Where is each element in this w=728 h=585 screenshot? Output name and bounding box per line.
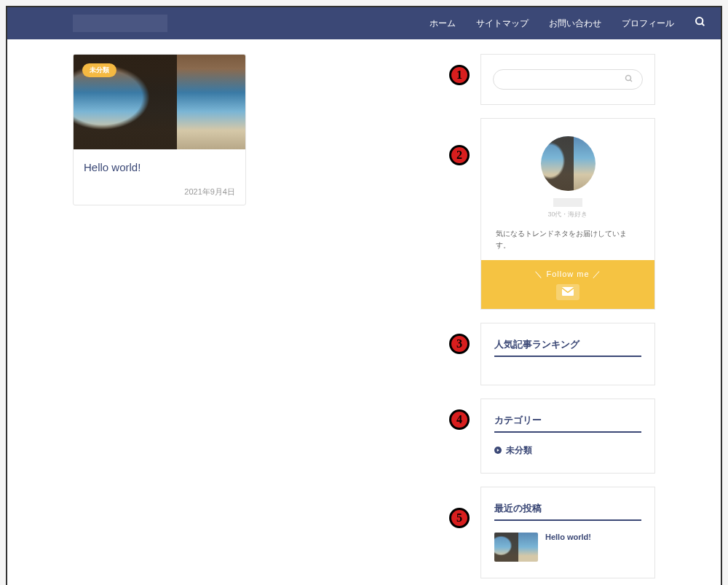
category-badge[interactable]: 未分類 bbox=[82, 63, 116, 77]
recent-thumbnail bbox=[494, 533, 538, 562]
category-title: カテゴリー bbox=[494, 414, 641, 433]
main-content: 未分類 Hello world! 2021年9月4日 bbox=[73, 54, 459, 578]
main-nav: ホーム サイトマップ お問い合わせ プロフィール bbox=[430, 16, 706, 31]
svg-point-0 bbox=[696, 17, 703, 24]
recent-title: 最近の投稿 bbox=[494, 502, 641, 521]
recent-post-item[interactable]: Hello world! bbox=[494, 533, 641, 562]
avatar bbox=[541, 136, 596, 191]
search-submit-icon[interactable] bbox=[625, 73, 633, 86]
follow-label: ＼ Follow me ／ bbox=[490, 269, 646, 280]
sidebar: 1 2 30代・海好き 気になるトレンドネタをお届けしています。 ＼ bbox=[480, 54, 655, 578]
post-title[interactable]: Hello world! bbox=[84, 161, 235, 173]
header-bar: ホーム サイトマップ お問い合わせ プロフィール bbox=[7, 7, 721, 39]
nav-sitemap[interactable]: サイトマップ bbox=[476, 17, 529, 30]
ranking-widget: 3 人気記事ランキング bbox=[480, 323, 655, 385]
recent-widget: 5 最近の投稿 Hello world! bbox=[480, 487, 655, 578]
profile-subtitle: 30代・海好き bbox=[496, 210, 640, 219]
nav-profile[interactable]: プロフィール bbox=[622, 17, 674, 30]
category-item-label: 未分類 bbox=[506, 444, 532, 457]
profile-description: 気になるトレンドネタをお届けしています。 bbox=[496, 228, 640, 251]
search-icon[interactable] bbox=[695, 16, 706, 31]
post-card[interactable]: 未分類 Hello world! 2021年9月4日 bbox=[73, 54, 246, 205]
annotation-marker-4: 4 bbox=[449, 409, 470, 430]
site-logo-placeholder[interactable] bbox=[73, 15, 167, 32]
annotation-marker-1: 1 bbox=[449, 65, 470, 85]
svg-point-2 bbox=[626, 76, 631, 81]
follow-banner: ＼ Follow me ／ bbox=[481, 260, 654, 309]
post-thumbnail: 未分類 bbox=[74, 55, 245, 149]
profile-name-placeholder bbox=[553, 198, 582, 207]
post-date: 2021年9月4日 bbox=[84, 187, 235, 197]
svg-line-1 bbox=[702, 23, 704, 25]
nav-home[interactable]: ホーム bbox=[430, 17, 456, 30]
ranking-title: 人気記事ランキング bbox=[494, 338, 641, 357]
svg-rect-4 bbox=[562, 287, 574, 296]
mail-icon[interactable] bbox=[556, 284, 579, 300]
annotation-marker-2: 2 bbox=[449, 145, 470, 165]
svg-line-3 bbox=[630, 80, 633, 82]
recent-post-title: Hello world! bbox=[545, 533, 591, 541]
chevron-right-icon bbox=[494, 446, 502, 456]
category-item-uncategorized[interactable]: 未分類 bbox=[494, 444, 641, 457]
annotation-marker-3: 3 bbox=[449, 334, 470, 354]
search-widget: 1 bbox=[480, 54, 655, 105]
search-input[interactable] bbox=[502, 75, 625, 84]
profile-widget: 2 30代・海好き 気になるトレンドネタをお届けしています。 ＼ Follow … bbox=[480, 118, 655, 310]
category-widget: 4 カテゴリー 未分類 bbox=[480, 398, 655, 474]
annotation-marker-5: 5 bbox=[449, 508, 470, 528]
nav-contact[interactable]: お問い合わせ bbox=[549, 17, 601, 30]
